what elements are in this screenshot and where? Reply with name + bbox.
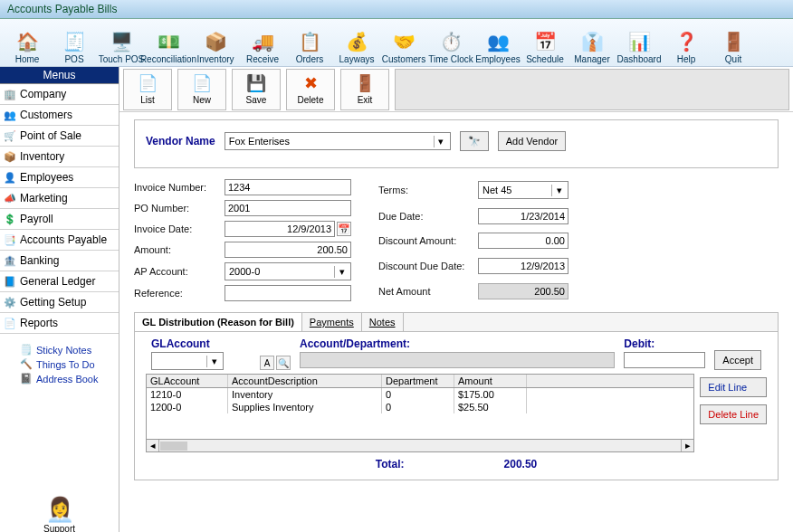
- edit-line-button[interactable]: Edit Line: [700, 377, 767, 397]
- toolbar-employees[interactable]: 👥Employees: [474, 21, 521, 64]
- toolbar-touch-pos[interactable]: 🖥️Touch POS: [98, 21, 145, 64]
- sidebar-item-label: Getting Setup: [20, 296, 86, 309]
- sidebar-item-marketing[interactable]: 📣Marketing: [0, 188, 119, 209]
- debit-input[interactable]: [624, 352, 705, 368]
- sidebar-item-reports[interactable]: 📄Reports: [0, 313, 119, 334]
- sidebar-item-employees[interactable]: 👤Employees: [0, 167, 119, 188]
- add-vendor-button[interactable]: Add Vendor: [498, 131, 567, 151]
- toolbar-label: Touch POS: [99, 54, 145, 64]
- toolbar-receive[interactable]: 🚚Receive: [239, 21, 286, 64]
- marketing-icon: 📣: [4, 192, 16, 204]
- sidebar-item-label: Customers: [20, 109, 72, 121]
- sidebar: Menus 🏢Company👥Customers🛒Point of Sale📦I…: [0, 67, 119, 532]
- tab-notes[interactable]: Notes: [362, 313, 404, 331]
- toolbar-time-clock[interactable]: ⏱️Time Clock: [427, 21, 474, 64]
- toolbar-home[interactable]: 🏠Home: [4, 21, 51, 64]
- toolbar-quit[interactable]: 🚪Quit: [710, 21, 757, 64]
- chevron-down-icon[interactable]: ▾: [334, 266, 349, 278]
- subtoolbar-delete-button[interactable]: ✖Delete: [286, 69, 335, 110]
- address-book-icon: 📓: [20, 373, 33, 385]
- window-title: Accounts Payable Bills: [7, 3, 117, 15]
- support-icon[interactable]: 👩‍💼: [45, 496, 74, 524]
- sidebar-sub-things-to-do[interactable]: 🔨Things To Do: [4, 358, 115, 370]
- sidebar-item-inventory[interactable]: 📦Inventory: [0, 147, 119, 167]
- glaccount-header: GLAccount: [151, 337, 251, 350]
- sidebar-item-general-ledger[interactable]: 📘General Ledger: [0, 271, 119, 292]
- tab-gl-distribution[interactable]: GL Distribution (Reason for Bill): [135, 313, 302, 331]
- tab-payments[interactable]: Payments: [302, 313, 362, 331]
- pos-icon: 🧾: [62, 29, 87, 54]
- toolbar-pos[interactable]: 🧾POS: [51, 21, 98, 64]
- toolbar-label: Inventory: [196, 54, 234, 64]
- glaccount-combo[interactable]: ▾: [151, 352, 224, 370]
- subtoolbar-save-button[interactable]: 💾Save: [232, 69, 281, 110]
- sidebar-item-banking[interactable]: 🏦Banking: [0, 251, 119, 271]
- sidebar-item-company[interactable]: 🏢Company: [0, 84, 119, 105]
- vendor-name-label: Vendor Name: [146, 135, 215, 147]
- cell-description: Inventory: [228, 388, 382, 401]
- table-row[interactable]: 1200-0Supplies Inventory0$25.50: [147, 401, 693, 413]
- discount-due-date-input[interactable]: [478, 258, 568, 274]
- sticky-notes-icon: 🗒️: [20, 344, 33, 356]
- ap-account-combo[interactable]: 2000-0 ▾: [225, 262, 351, 280]
- sidebar-item-getting-setup[interactable]: ⚙️Getting Setup: [0, 292, 119, 313]
- chevron-down-icon[interactable]: ▾: [551, 185, 566, 196]
- scroll-thumb[interactable]: [160, 442, 187, 451]
- po-number-label: PO Number:: [134, 203, 225, 214]
- sidebar-item-label: Inventory: [20, 150, 64, 163]
- sidebar-item-customers[interactable]: 👥Customers: [0, 105, 119, 126]
- reference-input[interactable]: [225, 285, 351, 301]
- scroll-left-icon[interactable]: ◂: [147, 440, 159, 451]
- terms-combo[interactable]: Net 45 ▾: [478, 181, 568, 199]
- toolbar-reconciliation[interactable]: 💵Reconciliation: [145, 21, 192, 64]
- sidebar-sub-sticky-notes[interactable]: 🗒️Sticky Notes: [4, 344, 115, 356]
- calendar-icon[interactable]: 📅: [337, 222, 351, 236]
- delete-line-button[interactable]: Delete Line: [700, 404, 767, 424]
- invoice-date-input[interactable]: [225, 221, 335, 237]
- new-icon: 📄: [192, 73, 212, 93]
- toolbar-inventory[interactable]: 📦Inventory: [192, 21, 239, 64]
- cell-amount: $175.00: [454, 388, 527, 401]
- getting-setup-icon: ⚙️: [4, 296, 16, 309]
- discount-due-date-label: Discount Due Date:: [378, 261, 478, 271]
- sidebar-item-point-of-sale[interactable]: 🛒Point of Sale: [0, 126, 119, 147]
- grid-scrollbar[interactable]: ◂ ▸: [147, 439, 693, 451]
- subtoolbar-new-button[interactable]: 📄New: [177, 69, 226, 110]
- accept-button[interactable]: Accept: [714, 350, 761, 370]
- sidebar-item-accounts-payable[interactable]: 📑Accounts Payable: [0, 230, 119, 251]
- po-number-input[interactable]: [225, 200, 351, 216]
- vendor-name-combo[interactable]: Fox Enterises ▾: [225, 132, 451, 150]
- chevron-down-icon[interactable]: ▾: [434, 136, 448, 147]
- toolbar-help[interactable]: ❓Help: [663, 21, 710, 64]
- sidebar-item-payroll[interactable]: 💲Payroll: [0, 209, 119, 230]
- invoice-number-input[interactable]: [225, 179, 351, 195]
- vendor-search-button[interactable]: 🔭: [460, 131, 489, 151]
- vendor-panel: Vendor Name Fox Enterises ▾ 🔭 Add Vendor: [134, 119, 779, 168]
- general-ledger-icon: 📘: [4, 275, 16, 288]
- toolbar-layways[interactable]: 💰Layways: [333, 21, 380, 64]
- list-icon: 📄: [138, 73, 158, 93]
- discount-amount-input[interactable]: [478, 233, 568, 249]
- toolbar-customers[interactable]: 🤝Customers: [380, 21, 427, 64]
- subtoolbar-list-button[interactable]: 📄List: [123, 69, 172, 110]
- sidebar-item-label: General Ledger: [20, 275, 95, 288]
- toolbar-orders[interactable]: 📋Orders: [286, 21, 333, 64]
- table-row[interactable]: 1210-0Inventory0$175.00: [147, 388, 693, 401]
- inventory-icon: 📦: [4, 150, 16, 163]
- chevron-down-icon[interactable]: ▾: [206, 356, 221, 367]
- subtoolbar-exit-button[interactable]: 🚪Exit: [340, 69, 389, 110]
- amount-input[interactable]: [225, 242, 351, 258]
- due-date-input[interactable]: [478, 208, 568, 224]
- toolbar-manager[interactable]: 👔Manager: [568, 21, 616, 64]
- subtoolbar-label: Save: [246, 95, 267, 105]
- search-icon[interactable]: 🔍: [276, 356, 291, 370]
- toolbar-label: Schedule: [526, 54, 564, 64]
- toolbar-dashboard[interactable]: 📊Dashboard: [616, 21, 663, 64]
- support-label[interactable]: Support: [43, 524, 75, 532]
- toolbar-schedule[interactable]: 📅Schedule: [521, 21, 568, 64]
- point-of-sale-icon: 🛒: [4, 129, 16, 142]
- font-icon[interactable]: A: [260, 356, 274, 370]
- scroll-right-icon[interactable]: ▸: [681, 440, 693, 451]
- distribution-panel: GL Distribution (Reason for Bill) Paymen…: [134, 312, 779, 480]
- sidebar-sub-address-book[interactable]: 📓Address Book: [4, 373, 115, 385]
